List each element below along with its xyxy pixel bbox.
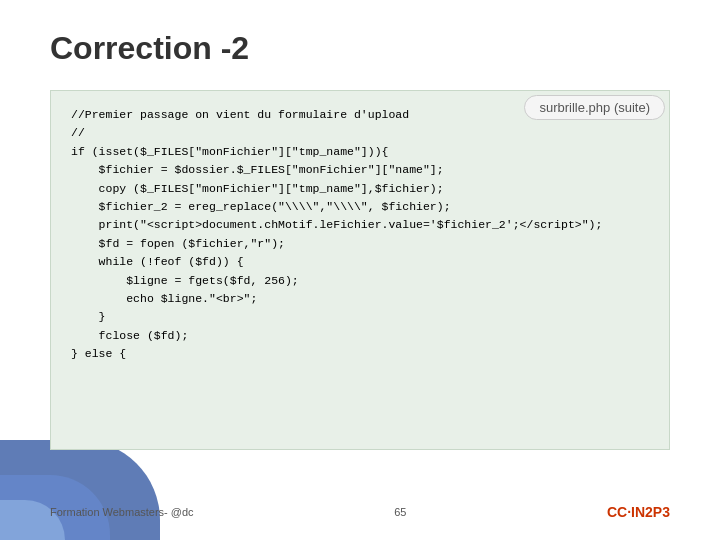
badge: surbrille.php (suite) — [524, 95, 665, 120]
page-title: Correction -2 — [50, 30, 249, 67]
footer: Formation Webmasters- @dc 65 CC·IN2P3 — [50, 504, 670, 520]
footer-logo: CC·IN2P3 — [607, 504, 670, 520]
code-block: //Premier passage on vient du formulaire… — [71, 106, 649, 363]
footer-page-number: 65 — [394, 506, 406, 518]
footer-left: Formation Webmasters- @dc — [50, 506, 194, 518]
code-container: //Premier passage on vient du formulaire… — [50, 90, 670, 450]
